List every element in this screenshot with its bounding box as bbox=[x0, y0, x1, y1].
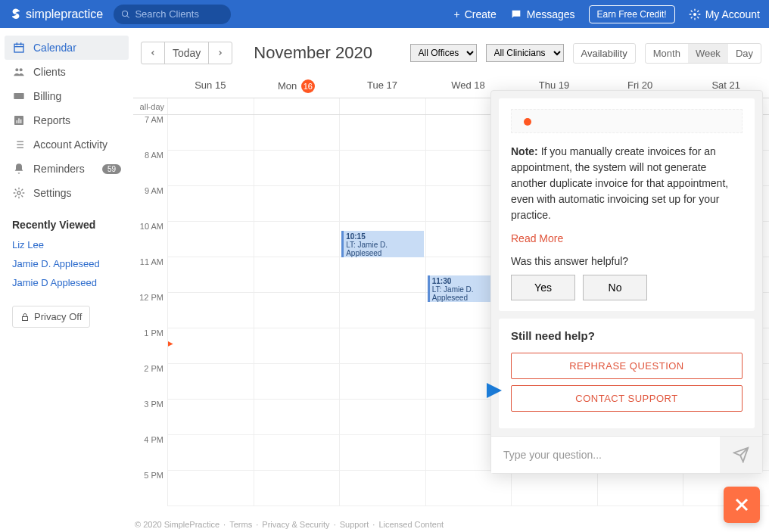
reminders-badge: 59 bbox=[102, 164, 121, 174]
read-more-link[interactable]: Read More bbox=[511, 232, 743, 244]
today-button[interactable]: Today bbox=[165, 42, 209, 64]
footer-link[interactable]: Privacy & Security bbox=[262, 520, 329, 529]
svg-rect-21 bbox=[23, 316, 28, 320]
time-label: 11 AM bbox=[133, 257, 167, 293]
time-label: 12 PM bbox=[133, 293, 167, 328]
send-button[interactable] bbox=[720, 437, 762, 473]
day-header: Sun 15 bbox=[167, 75, 254, 98]
create-button[interactable]: + Create bbox=[454, 8, 497, 20]
account-label: My Account bbox=[705, 8, 760, 20]
calendar-event[interactable]: 10:15LT: Jamie D. Appleseed bbox=[341, 231, 424, 257]
nav-label: Settings bbox=[33, 187, 72, 199]
footer: © 2020 SimplePractice · Terms · Privacy … bbox=[133, 517, 445, 532]
nav-reminders[interactable]: Reminders 59 bbox=[5, 157, 129, 181]
availability-button[interactable]: Availability bbox=[573, 43, 636, 64]
nav-label: Clients bbox=[33, 66, 66, 78]
earn-credit-button[interactable]: Earn Free Credit! bbox=[589, 5, 675, 23]
view-week-button[interactable]: Week bbox=[688, 44, 728, 63]
bell-icon bbox=[12, 162, 26, 176]
svg-line-1 bbox=[127, 15, 129, 17]
help-panel: Note: If you manually create invoices fo… bbox=[490, 90, 763, 474]
nav-label: Reminders bbox=[33, 163, 85, 175]
nav-clients[interactable]: Clients bbox=[5, 60, 129, 84]
messages-label: Messages bbox=[527, 8, 575, 20]
logo[interactable]: simplepractice bbox=[9, 8, 103, 21]
svg-rect-9 bbox=[14, 93, 23, 99]
nav-label: Calendar bbox=[33, 42, 76, 54]
create-label: Create bbox=[465, 8, 497, 20]
plus-icon: + bbox=[454, 8, 460, 20]
list-icon bbox=[12, 138, 26, 151]
footer-link[interactable]: Terms bbox=[229, 520, 252, 529]
svg-rect-3 bbox=[14, 44, 23, 52]
help-screenshot-thumbnail bbox=[511, 109, 743, 133]
time-label: 8 AM bbox=[133, 151, 167, 186]
day-header-today: Mon 16 bbox=[254, 75, 340, 98]
svg-rect-12 bbox=[18, 118, 19, 123]
next-button[interactable] bbox=[209, 42, 232, 64]
svg-rect-13 bbox=[20, 120, 21, 123]
time-label: 1 PM bbox=[133, 328, 167, 364]
time-label: 4 PM bbox=[133, 435, 167, 471]
recent-item[interactable]: Liz Lee bbox=[5, 235, 129, 254]
recent-item[interactable]: Jamie D Appleseed bbox=[5, 273, 129, 292]
send-icon bbox=[733, 446, 749, 463]
time-label: 10 AM bbox=[133, 222, 167, 257]
helpful-question: Was this answer helpful? bbox=[511, 255, 743, 267]
chevron-left-icon bbox=[149, 49, 157, 57]
svg-point-2 bbox=[693, 13, 696, 16]
people-icon bbox=[12, 65, 26, 79]
day-col[interactable] bbox=[167, 115, 254, 506]
messages-button[interactable]: Messages bbox=[510, 8, 575, 20]
footer-link[interactable]: Licensed Content bbox=[378, 520, 444, 529]
nav-reports[interactable]: Reports bbox=[5, 108, 129, 132]
calendar-title: November 2020 bbox=[254, 43, 372, 63]
search-wrap[interactable] bbox=[114, 5, 231, 24]
still-need-help-title: Still need help? bbox=[511, 329, 743, 342]
no-button[interactable]: No bbox=[583, 275, 647, 300]
view-day-button[interactable]: Day bbox=[728, 44, 761, 63]
nav-label: Reports bbox=[33, 114, 70, 126]
search-input[interactable] bbox=[135, 8, 223, 20]
svg-rect-11 bbox=[17, 120, 17, 123]
nav-settings[interactable]: Settings bbox=[5, 181, 129, 205]
today-date-badge: 16 bbox=[301, 79, 315, 93]
rephrase-question-button[interactable]: REPHRASE QUESTION bbox=[511, 353, 743, 379]
gear-icon bbox=[12, 186, 26, 200]
office-select[interactable]: All Offices bbox=[410, 44, 477, 62]
allday-label: all-day bbox=[133, 98, 167, 114]
day-col[interactable]: 10:15LT: Jamie D. Appleseed bbox=[339, 115, 425, 506]
chevron-right-icon bbox=[216, 49, 224, 57]
time-label: 7 AM bbox=[133, 115, 167, 151]
chart-icon bbox=[12, 114, 26, 127]
nav-activity[interactable]: Account Activity bbox=[5, 132, 129, 157]
close-help-button[interactable] bbox=[724, 487, 760, 523]
day-col[interactable] bbox=[254, 115, 340, 506]
recently-viewed-title: Recently Viewed bbox=[5, 205, 129, 235]
privacy-label: Privacy Off bbox=[34, 311, 82, 322]
svg-point-0 bbox=[123, 11, 128, 16]
pointer-arrow-icon bbox=[422, 375, 506, 406]
lock-icon bbox=[20, 313, 30, 322]
view-month-button[interactable]: Month bbox=[646, 44, 688, 63]
my-account-button[interactable]: My Account bbox=[689, 8, 760, 20]
privacy-toggle[interactable]: Privacy Off bbox=[12, 306, 90, 328]
nav-billing[interactable]: Billing bbox=[5, 84, 129, 108]
nav-label: Billing bbox=[33, 90, 61, 102]
prev-button[interactable] bbox=[142, 42, 165, 64]
footer-link[interactable]: Support bbox=[340, 520, 369, 529]
logo-text: simplepractice bbox=[26, 8, 103, 21]
help-question-input[interactable] bbox=[491, 437, 720, 473]
search-icon bbox=[121, 9, 130, 20]
recent-item[interactable]: Jamie D. Appleseed bbox=[5, 254, 129, 273]
svg-point-7 bbox=[15, 68, 18, 71]
time-label: 3 PM bbox=[133, 400, 167, 435]
event-title: LT: Jamie D. Appleseed bbox=[346, 241, 422, 257]
time-label: 5 PM bbox=[133, 471, 167, 506]
nav-calendar[interactable]: Calendar bbox=[5, 36, 129, 60]
event-time: 10:15 bbox=[346, 232, 422, 241]
contact-support-button[interactable]: CONTACT SUPPORT bbox=[511, 385, 743, 412]
clinician-select[interactable]: All Clinicians bbox=[486, 44, 564, 62]
yes-button[interactable]: Yes bbox=[511, 275, 575, 300]
close-icon bbox=[733, 496, 751, 514]
